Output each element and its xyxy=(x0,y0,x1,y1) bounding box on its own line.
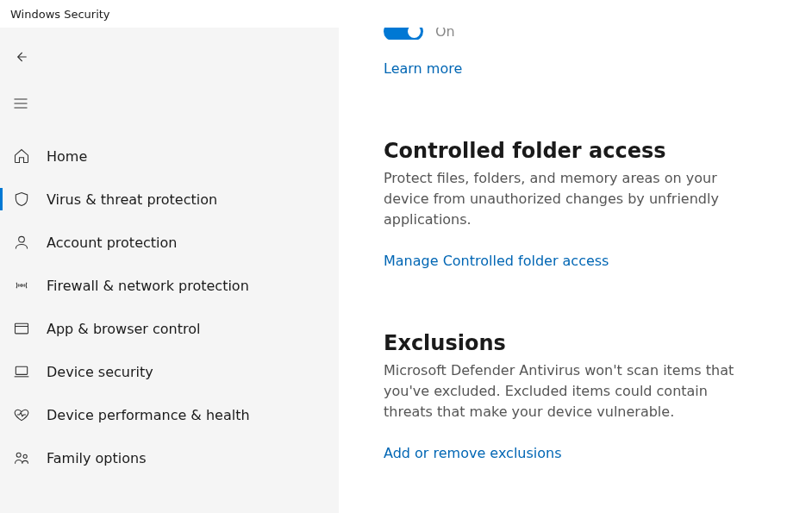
family-icon xyxy=(12,448,31,467)
shield-icon xyxy=(12,190,31,209)
laptop-icon xyxy=(12,362,31,381)
antenna-icon xyxy=(12,276,31,295)
sidebar-item-label: Family options xyxy=(47,450,147,466)
back-arrow-icon xyxy=(12,48,29,66)
sidebar-item-firewall[interactable]: Firewall & network protection xyxy=(0,264,339,307)
heart-icon xyxy=(12,405,31,424)
nav-list: Home Virus & threat protection Account p… xyxy=(0,135,339,479)
learn-more-link[interactable]: Learn more xyxy=(384,60,462,77)
sidebar-item-label: Home xyxy=(47,148,87,165)
sidebar-item-device-security[interactable]: Device security xyxy=(0,350,339,393)
hamburger-icon xyxy=(12,95,29,112)
sidebar-item-account[interactable]: Account protection xyxy=(0,221,339,264)
manage-controlled-folder-link[interactable]: Manage Controlled folder access xyxy=(384,253,609,269)
section-description: Protect files, folders, and memory areas… xyxy=(384,168,746,230)
toggle-state-label: On xyxy=(435,28,455,40)
home-icon xyxy=(12,147,31,166)
section-heading: Exclusions xyxy=(384,331,746,355)
title-bar: Windows Security xyxy=(0,0,812,28)
sidebar-item-virus-threat[interactable]: Virus & threat protection xyxy=(0,178,339,221)
svg-point-4 xyxy=(16,453,21,457)
section-controlled-folder: Controlled folder access Protect files, … xyxy=(384,139,746,269)
sidebar: Home Virus & threat protection Account p… xyxy=(0,28,339,513)
add-remove-exclusions-link[interactable]: Add or remove exclusions xyxy=(384,445,562,461)
menu-button[interactable] xyxy=(2,86,40,121)
svg-rect-3 xyxy=(16,366,27,374)
toggle-row: On xyxy=(384,28,812,40)
sidebar-item-home[interactable]: Home xyxy=(0,135,339,178)
person-icon xyxy=(12,233,31,252)
svg-rect-2 xyxy=(16,323,28,334)
app-body: Home Virus & threat protection Account p… xyxy=(0,28,812,513)
section-description: Microsoft Defender Antivirus won't scan … xyxy=(384,360,746,422)
back-button[interactable] xyxy=(2,40,40,74)
svg-point-1 xyxy=(21,285,23,287)
toggle-switch[interactable] xyxy=(384,28,423,40)
svg-point-5 xyxy=(23,454,27,458)
browser-icon xyxy=(12,319,31,338)
sidebar-item-family[interactable]: Family options xyxy=(0,436,339,479)
sidebar-item-label: Firewall & network protection xyxy=(47,278,249,294)
section-exclusions: Exclusions Microsoft Defender Antivirus … xyxy=(384,331,746,461)
sidebar-item-label: Device security xyxy=(47,364,153,380)
sidebar-item-label: Account protection xyxy=(47,235,177,251)
main-content: On Learn more Controlled folder access P… xyxy=(339,28,812,513)
svg-point-0 xyxy=(19,236,25,242)
section-heading: Controlled folder access xyxy=(384,139,746,163)
sidebar-item-label: Virus & threat protection xyxy=(47,191,217,208)
window-title: Windows Security xyxy=(10,8,110,21)
sidebar-item-app-browser[interactable]: App & browser control xyxy=(0,307,339,350)
sidebar-item-performance[interactable]: Device performance & health xyxy=(0,393,339,436)
sidebar-item-label: Device performance & health xyxy=(47,407,250,423)
sidebar-item-label: App & browser control xyxy=(47,321,200,337)
